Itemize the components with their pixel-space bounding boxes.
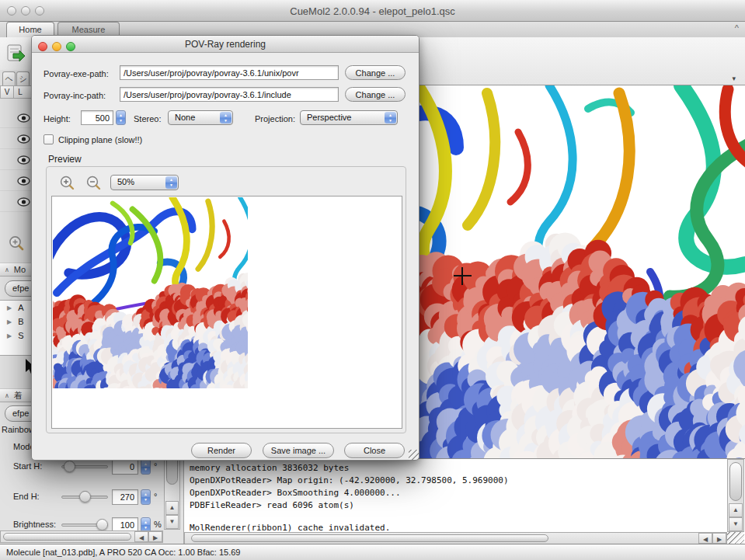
- zoom-tool-icon[interactable]: [9, 235, 25, 252]
- rainbow-label: Rainbow: [2, 425, 35, 434]
- brightness-label: Brightness:: [13, 520, 56, 529]
- zoom-out-icon[interactable]: [86, 176, 102, 191]
- inc-path-input[interactable]: [120, 87, 339, 102]
- column-header-lock[interactable]: L: [13, 85, 27, 99]
- scroll-right-icon[interactable]: ▶: [148, 531, 162, 542]
- exe-path-change-button[interactable]: Change ...: [345, 65, 406, 80]
- save-image-button[interactable]: Save image ...: [263, 443, 334, 458]
- tree-item-label: S: [18, 331, 23, 340]
- projection-select[interactable]: Perspective ▲▼: [300, 110, 398, 125]
- start-hue-knob[interactable]: [64, 461, 75, 472]
- tree-item-label: A: [18, 303, 23, 312]
- clipping-checkbox[interactable]: [44, 134, 54, 144]
- scroll-left-icon[interactable]: ◀: [134, 531, 148, 542]
- dropdown-arrows-icon: ▲▼: [220, 112, 232, 123]
- console-line: OpenDXPotReader> Map origin: (-42.920000…: [190, 475, 726, 487]
- crosshair-icon: [461, 267, 463, 285]
- scroll-down-icon[interactable]: ▼: [729, 517, 743, 531]
- povray-dialog[interactable]: POV-Ray rendering Povray-exe-path: Chang…: [31, 35, 419, 461]
- eye-visibility-icon[interactable]: [17, 176, 30, 186]
- collapse-icon: ∧: [5, 266, 9, 273]
- height-input[interactable]: [81, 110, 113, 125]
- panel-tab-2[interactable]: シ: [16, 71, 30, 85]
- height-label: Height:: [44, 114, 71, 123]
- eye-visibility-icon[interactable]: [17, 155, 30, 165]
- end-hue-unit: °: [154, 492, 157, 501]
- start-hue-stepper[interactable]: ▲▼: [141, 459, 151, 475]
- stereo-select[interactable]: None ▲▼: [168, 110, 233, 125]
- dropdown-arrows-icon: ▲▼: [165, 176, 177, 189]
- panel-horizontal-scrollbar[interactable]: ◀ ▶: [0, 530, 163, 543]
- open-scene-icon[interactable]: [5, 43, 26, 64]
- console-vertical-scrollbar[interactable]: ▲ ▼: [727, 459, 744, 532]
- start-hue-field[interactable]: [112, 459, 138, 475]
- end-hue-knob[interactable]: [79, 491, 91, 503]
- stereo-label: Stereo:: [134, 114, 161, 123]
- exe-path-input[interactable]: [120, 65, 339, 80]
- panel-tab-1[interactable]: ヘ: [2, 71, 16, 85]
- scroll-left-icon[interactable]: ◀: [698, 533, 712, 544]
- tree-item-label: B: [18, 317, 23, 326]
- scrollbar-thumb[interactable]: [729, 462, 742, 501]
- status-text: Molecule [nat_013.pdb], A PRO 520 CA Occ…: [6, 548, 240, 557]
- start-hue-label: Start H:: [13, 461, 42, 471]
- end-hue-field[interactable]: [112, 489, 138, 505]
- ribbon-collapse-icon[interactable]: ^: [735, 23, 739, 33]
- eye-visibility-icon[interactable]: [17, 113, 30, 123]
- console-horizontal-scrollbar[interactable]: ◀ ▶: [184, 532, 727, 544]
- height-stepper[interactable]: ▲▼: [116, 110, 126, 125]
- section-coloring-label: 着: [14, 390, 23, 402]
- disclosure-icon[interactable]: ▶: [7, 304, 12, 311]
- preview-section-label: Preview: [48, 154, 82, 165]
- eye-visibility-icon[interactable]: [17, 134, 30, 144]
- status-bar: Molecule [nat_013.pdb], A PRO 520 CA Occ…: [0, 544, 745, 560]
- dropdown-arrows-icon: ▲▼: [385, 112, 396, 123]
- dialog-resize-grip[interactable]: [409, 450, 419, 460]
- dialog-close-action-button[interactable]: Close: [344, 443, 405, 458]
- end-hue-label: End H:: [13, 492, 40, 501]
- window-title: CueMol2 2.0.0.94 - elepot_pelo1.qsc: [0, 5, 745, 17]
- projection-value: Perspective: [307, 113, 351, 122]
- dialog-titlebar[interactable]: POV-Ray rendering: [32, 36, 419, 53]
- scrollbar-thumb[interactable]: [3, 533, 131, 541]
- inc-path-change-button[interactable]: Change ...: [345, 87, 406, 102]
- scrollbar-thumb[interactable]: [191, 534, 548, 542]
- section-molecule-label: Mo: [14, 265, 26, 274]
- scroll-up-icon[interactable]: ▲: [729, 503, 743, 517]
- preview-zoom-select[interactable]: 50% ▲▼: [110, 175, 179, 190]
- brightness-knob[interactable]: [96, 519, 108, 530]
- preview-image: [53, 197, 248, 388]
- log-console[interactable]: memory allocation 3836032 bytes OpenDXPo…: [184, 458, 745, 544]
- render-button[interactable]: Render: [191, 443, 252, 458]
- collapse-icon: ∧: [5, 392, 9, 399]
- scroll-up-icon[interactable]: ▲: [165, 501, 179, 515]
- console-line: memory allocation 3836032 bytes: [190, 463, 726, 475]
- scroll-down-icon[interactable]: ▼: [165, 515, 179, 529]
- toolbar-overflow-icon[interactable]: ▾: [732, 75, 736, 82]
- resize-grip[interactable]: [727, 532, 744, 544]
- disclosure-icon[interactable]: ▶: [7, 332, 12, 339]
- console-line: PDBFileReader> read 6096 atom(s): [190, 500, 726, 512]
- preview-canvas[interactable]: [51, 196, 402, 429]
- inc-path-label: Povray-inc-path:: [44, 91, 106, 100]
- preview-zoom-value: 50%: [117, 177, 134, 186]
- dialog-title: POV-Ray rendering: [32, 39, 419, 50]
- zoom-in-icon[interactable]: [60, 176, 75, 191]
- column-header-visible[interactable]: V: [0, 85, 14, 99]
- start-hue-unit: °: [154, 461, 157, 471]
- clipping-label: Clipping plane (slow!!): [58, 135, 142, 144]
- end-hue-stepper[interactable]: ▲▼: [141, 489, 151, 505]
- end-hue-row: End H: ▲▼ °: [0, 487, 163, 507]
- exe-path-label: Povray-exe-path:: [44, 69, 109, 78]
- preview-groupbox: 50% ▲▼: [46, 166, 406, 433]
- scroll-right-icon[interactable]: ▶: [712, 533, 726, 544]
- disclosure-icon[interactable]: ▶: [7, 318, 12, 325]
- brightness-unit: %: [154, 520, 162, 529]
- window-titlebar: CueMol2 2.0.0.94 - elepot_pelo1.qsc: [0, 0, 745, 22]
- console-line: OpenDXPotReader> BoxSmoothing 4.000000..…: [190, 488, 726, 499]
- eye-visibility-icon[interactable]: [17, 197, 30, 207]
- stereo-value: None: [175, 113, 195, 122]
- projection-label: Projection:: [255, 114, 295, 123]
